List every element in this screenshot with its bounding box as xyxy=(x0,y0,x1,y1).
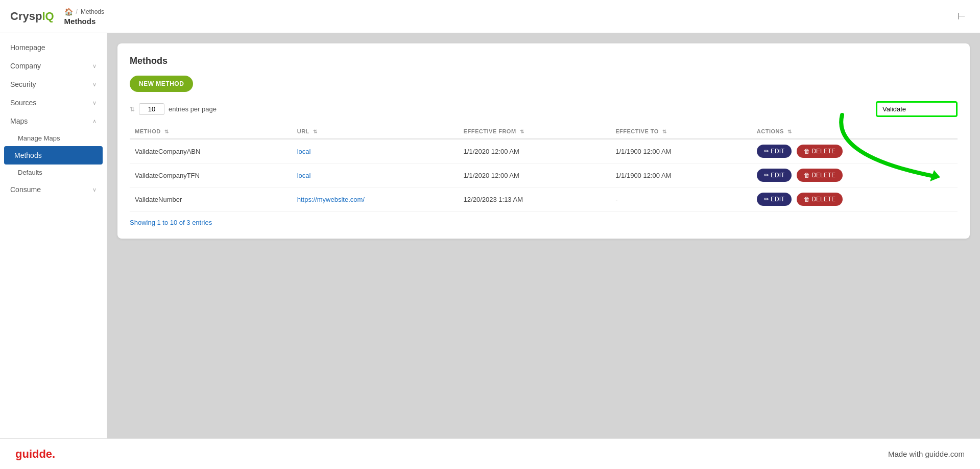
edit-button[interactable]: ✏ EDIT xyxy=(757,193,792,206)
col-actions: ACTIONS ⇅ xyxy=(752,124,958,139)
entries-sort-icon: ⇅ xyxy=(130,106,135,113)
logout-button[interactable]: ⊢ xyxy=(953,9,970,24)
new-method-button[interactable]: NEW METHOD xyxy=(130,76,193,92)
entries-row: ⇅ entries per page xyxy=(130,101,958,117)
sidebar-label-company: Company xyxy=(10,62,41,70)
sidebar-item-company[interactable]: Company ∨ xyxy=(0,57,107,75)
method-name-cell: ValidateCompanyABN xyxy=(130,139,292,163)
entries-left: ⇅ entries per page xyxy=(130,103,217,115)
chevron-up-icon: ∧ xyxy=(92,118,97,125)
sidebar: Homepage Company ∨ Security ∨ Sources ∨ … xyxy=(0,33,107,438)
breadcrumb-area: 🏠 / Methods Methods xyxy=(64,8,104,26)
actions-cell: ✏ EDIT 🗑 DELETE xyxy=(752,163,958,187)
sidebar-label-sources: Sources xyxy=(10,99,36,107)
effective-to-cell: 1/1/1900 12:00 AM xyxy=(610,139,752,163)
search-input[interactable] xyxy=(876,101,958,117)
col-effective-from[interactable]: EFFECTIVE FROM ⇅ xyxy=(459,124,611,139)
url-cell: https://mywebsite.com/ xyxy=(292,187,459,212)
table-row: ValidateNumber https://mywebsite.com/ 12… xyxy=(130,187,958,212)
sidebar-label-maps: Maps xyxy=(10,117,28,125)
delete-button[interactable]: 🗑 DELETE xyxy=(797,193,843,206)
sort-icon: ⇅ xyxy=(313,129,318,134)
sidebar-item-manage-maps[interactable]: Manage Maps xyxy=(0,130,107,146)
content-area: Methods NEW METHOD ⇅ entries per page ME… xyxy=(107,33,980,438)
col-effective-to[interactable]: EFFECTIVE TO ⇅ xyxy=(610,124,752,139)
entries-label: entries per page xyxy=(169,105,217,113)
chevron-down-icon: ∨ xyxy=(92,186,97,193)
sidebar-label-homepage: Homepage xyxy=(10,43,45,52)
chevron-down-icon: ∨ xyxy=(92,100,97,106)
showing-text: Showing 1 to 10 of 3 entries xyxy=(130,219,958,226)
sort-icon: ⇅ xyxy=(662,129,667,134)
sort-icon: ⇅ xyxy=(787,129,792,134)
sort-icon: ⇅ xyxy=(520,129,524,134)
footer: guidde. Made with guidde.com xyxy=(0,438,980,469)
col-url[interactable]: URL ⇅ xyxy=(292,124,459,139)
entries-per-page-input[interactable] xyxy=(139,103,164,115)
effective-from-cell: 12/20/2023 1:13 AM xyxy=(459,187,611,212)
header: CryspIQ 🏠 / Methods Methods ⊢ xyxy=(0,0,980,33)
sort-icon: ⇅ xyxy=(164,129,169,134)
edit-button[interactable]: ✏ EDIT xyxy=(757,169,792,182)
actions-cell: ✏ EDIT 🗑 DELETE xyxy=(752,139,958,163)
sidebar-item-homepage[interactable]: Homepage xyxy=(0,38,107,57)
main-layout: Homepage Company ∨ Security ∨ Sources ∨ … xyxy=(0,33,980,438)
home-icon[interactable]: 🏠 xyxy=(64,8,73,16)
url-cell: local xyxy=(292,139,459,163)
effective-from-cell: 1/1/2020 12:00 AM xyxy=(459,163,611,187)
card-title: Methods xyxy=(130,56,958,66)
methods-card: Methods NEW METHOD ⇅ entries per page ME… xyxy=(117,43,970,239)
table-header-row: METHOD ⇅ URL ⇅ EFFECTIVE FROM ⇅ EFFECT xyxy=(130,124,958,139)
method-name-cell: ValidateNumber xyxy=(130,187,292,212)
app-logo: CryspIQ xyxy=(10,10,54,23)
sidebar-item-defaults[interactable]: Defaults xyxy=(0,165,107,180)
sidebar-item-maps[interactable]: Maps ∧ xyxy=(0,112,107,130)
methods-table: METHOD ⇅ URL ⇅ EFFECTIVE FROM ⇅ EFFECT xyxy=(130,124,958,212)
page-title: Methods xyxy=(64,17,104,26)
effective-from-cell: 1/1/2020 12:00 AM xyxy=(459,139,611,163)
edit-button[interactable]: ✏ EDIT xyxy=(757,145,792,158)
footer-text: Made with guidde.com xyxy=(888,450,965,458)
footer-logo: guidde. xyxy=(15,448,55,461)
sidebar-item-sources[interactable]: Sources ∨ xyxy=(0,93,107,112)
delete-button[interactable]: 🗑 DELETE xyxy=(797,169,843,182)
sidebar-label-manage-maps: Manage Maps xyxy=(18,134,60,142)
effective-to-cell: - xyxy=(610,187,752,212)
chevron-down-icon: ∨ xyxy=(92,81,97,88)
sidebar-item-consume[interactable]: Consume ∨ xyxy=(0,180,107,199)
sidebar-label-methods: Methods xyxy=(14,151,42,159)
chevron-down-icon: ∨ xyxy=(92,63,97,69)
sidebar-label-defaults: Defaults xyxy=(18,169,42,176)
table-row: ValidateCompanyABN local 1/1/2020 12:00 … xyxy=(130,139,958,163)
breadcrumb: 🏠 / Methods xyxy=(64,8,104,16)
url-cell: local xyxy=(292,163,459,187)
breadcrumb-separator: / xyxy=(76,8,78,15)
effective-to-cell: 1/1/1900 12:00 AM xyxy=(610,163,752,187)
table-row: ValidateCompanyTFN local 1/1/2020 12:00 … xyxy=(130,163,958,187)
delete-button[interactable]: 🗑 DELETE xyxy=(797,145,843,158)
sidebar-item-security[interactable]: Security ∨ xyxy=(0,75,107,93)
breadcrumb-page: Methods xyxy=(81,8,104,15)
col-method[interactable]: METHOD ⇅ xyxy=(130,124,292,139)
sidebar-label-security: Security xyxy=(10,80,36,88)
actions-cell: ✏ EDIT 🗑 DELETE xyxy=(752,187,958,212)
sidebar-label-consume: Consume xyxy=(10,185,41,194)
method-name-cell: ValidateCompanyTFN xyxy=(130,163,292,187)
sidebar-item-methods[interactable]: Methods xyxy=(4,146,103,165)
